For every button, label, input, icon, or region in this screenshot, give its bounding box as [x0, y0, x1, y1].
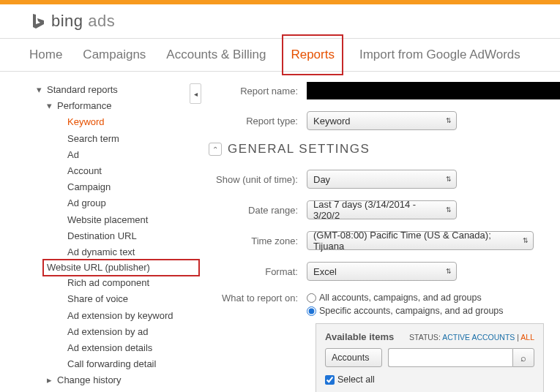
search-button[interactable]: ⌕	[512, 348, 534, 367]
radio-specific-label: Specific accounts, campaigns, and ad gro…	[319, 306, 504, 316]
row-timezone: Time zone: (GMT-08:00) Pacific Time (US …	[209, 231, 560, 250]
select-all-checkbox[interactable]	[325, 375, 335, 385]
tree-search-term[interactable]: Search term	[67, 131, 198, 147]
tree-keyword[interactable]: Keyword	[67, 114, 198, 130]
report-name-value	[307, 82, 560, 99]
sidebar-collapse-handle[interactable]: ◂	[190, 83, 201, 104]
main-area: ◂ Standard reports Performance Keyword S…	[0, 72, 560, 392]
main-nav: Home Campaigns Accounts & Billing Report…	[0, 38, 560, 72]
tree-ad-group[interactable]: Ad group	[67, 195, 198, 211]
row-what-report: What to report on: All accounts, campaig…	[209, 293, 560, 316]
logo-row: bing ads	[0, 4, 560, 38]
radio-specific-accounts[interactable]: Specific accounts, campaigns, and ad gro…	[307, 306, 504, 316]
available-items-panel: Available items STATUS: ACTIVE ACCOUNTS …	[316, 323, 544, 392]
tree-rich-ad-component[interactable]: Rich ad component	[67, 275, 198, 291]
label-what-report: What to report on:	[209, 293, 307, 304]
label-report-name: Report name:	[209, 86, 307, 97]
status-label: STATUS:	[409, 333, 442, 342]
brand-text: bing ads	[51, 12, 115, 31]
tree-share-of-voice[interactable]: Share of voice	[67, 291, 198, 307]
status-active-link[interactable]: ACTIVE ACCOUNTS	[442, 333, 515, 342]
content-panel: Report name: Report type: Keyword ⌃ Gene…	[201, 72, 560, 392]
tree-ad[interactable]: Ad	[67, 147, 198, 163]
select-date-range[interactable]: Last 7 days (3/14/2014 - 3/20/2	[307, 200, 457, 219]
tree-campaign[interactable]: Campaign	[67, 179, 198, 195]
available-header: Available items STATUS: ACTIVE ACCOUNTS …	[325, 331, 534, 342]
search-box: ⌕	[388, 348, 534, 367]
search-icon: ⌕	[520, 353, 526, 363]
tree-account[interactable]: Account	[67, 163, 198, 179]
select-entity-type[interactable]: Accounts	[325, 348, 382, 367]
label-show: Show (unit of time):	[209, 174, 307, 185]
tree-ad-ext-keyword[interactable]: Ad extension by keyword	[67, 308, 198, 324]
status-all-link[interactable]: ALL	[520, 333, 534, 342]
nav-reports[interactable]: Reports	[286, 39, 339, 71]
row-report-name: Report name:	[209, 82, 560, 99]
tree-targeting[interactable]: Targeting	[57, 389, 198, 392]
tree-standard-reports[interactable]: Standard reports	[47, 82, 198, 98]
available-status: STATUS: ACTIVE ACCOUNTS | ALL	[409, 333, 534, 342]
nav-home[interactable]: Home	[29, 39, 62, 71]
radio-all-accounts[interactable]: All accounts, campaigns, and ad groups	[307, 293, 504, 303]
row-report-type: Report type: Keyword	[209, 111, 560, 130]
available-controls: Accounts ⌕	[325, 348, 534, 367]
select-format[interactable]: Excel	[307, 262, 457, 281]
nav-campaigns[interactable]: Campaigns	[83, 39, 146, 71]
tree-website-url-publisher[interactable]: Website URL (publisher)	[44, 260, 198, 275]
search-input[interactable]	[388, 348, 512, 367]
radio-group-scope: All accounts, campaigns, and ad groups S…	[307, 293, 504, 316]
tree-call-forwarding[interactable]: Call forwarding detail	[67, 356, 198, 372]
select-report-type[interactable]: Keyword	[307, 111, 457, 130]
select-all-row[interactable]: Select all	[325, 374, 534, 385]
tree-ad-dynamic-text[interactable]: Ad dynamic text	[67, 244, 198, 260]
select-all-label: Select all	[337, 374, 375, 385]
label-timezone: Time zone:	[209, 235, 307, 246]
tree-website-placement[interactable]: Website placement	[67, 212, 198, 228]
label-format: Format:	[209, 266, 307, 277]
bing-logo-icon	[29, 12, 47, 30]
label-report-type: Report type:	[209, 116, 307, 127]
tree-ad-ext-ad[interactable]: Ad extension by ad	[67, 324, 198, 340]
tree-destination-url[interactable]: Destination URL	[67, 228, 198, 244]
tree-ad-ext-details[interactable]: Ad extension details	[67, 340, 198, 356]
row-show: Show (unit of time): Day	[209, 170, 560, 189]
row-date-range: Date range: Last 7 days (3/14/2014 - 3/2…	[209, 200, 560, 219]
tree-change-history[interactable]: Change history	[57, 372, 198, 388]
collapse-general-settings[interactable]: ⌃	[209, 143, 222, 156]
nav-import-adwords[interactable]: Import from Google AdWords	[359, 39, 520, 71]
select-show-unit[interactable]: Day	[307, 170, 457, 189]
section-general-settings: ⌃ General Settings	[209, 142, 560, 157]
tree-performance[interactable]: Performance	[57, 98, 198, 114]
select-timezone[interactable]: (GMT-08:00) Pacific Time (US & Canada); …	[307, 231, 534, 250]
row-format: Format: Excel	[209, 262, 560, 281]
available-title: Available items	[325, 331, 394, 342]
nav-accounts-billing[interactable]: Accounts & Billing	[166, 39, 266, 71]
radio-all-label: All accounts, campaigns, and ad groups	[319, 293, 482, 303]
sidebar: ◂ Standard reports Performance Keyword S…	[0, 72, 201, 392]
general-settings-title: General Settings	[228, 142, 370, 157]
label-date-range: Date range:	[209, 205, 307, 216]
radio-all-input[interactable]	[307, 293, 316, 303]
radio-specific-input[interactable]	[307, 306, 316, 316]
